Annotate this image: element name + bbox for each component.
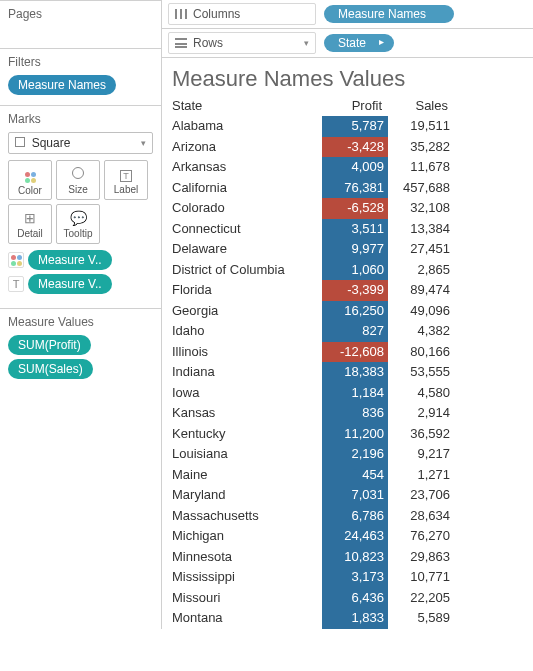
table-row[interactable]: Massachusetts6,78628,634 bbox=[172, 506, 527, 527]
mark-type-select[interactable]: Square ▾ bbox=[8, 132, 153, 154]
cell-profit: 11,200 bbox=[322, 424, 388, 445]
rows-pill[interactable]: State bbox=[324, 34, 394, 52]
cell-profit: 10,823 bbox=[322, 547, 388, 568]
table-row[interactable]: California76,381457,688 bbox=[172, 178, 527, 199]
measure-values-title: Measure Values bbox=[8, 315, 153, 329]
text-icon: T bbox=[8, 276, 24, 292]
marks-panel: Marks Square ▾ Color Size T Label bbox=[0, 105, 161, 308]
mark-pill-text[interactable]: Measure V.. bbox=[28, 274, 112, 294]
table-row[interactable]: Arkansas4,00911,678 bbox=[172, 157, 527, 178]
cell-sales: 2,865 bbox=[388, 260, 454, 281]
table-row[interactable]: Alabama5,78719,511 bbox=[172, 116, 527, 137]
cell-profit: 1,060 bbox=[322, 260, 388, 281]
columns-shelf[interactable]: Columns Measure Names bbox=[162, 0, 533, 29]
table-row[interactable]: Illinois-12,60880,166 bbox=[172, 342, 527, 363]
table-row[interactable]: Idaho8274,382 bbox=[172, 321, 527, 342]
chevron-down-icon: ▾ bbox=[141, 138, 146, 148]
table-row[interactable]: Minnesota10,82329,863 bbox=[172, 547, 527, 568]
measure-values-panel: Measure Values SUM(Profit) SUM(Sales) bbox=[0, 308, 161, 389]
cell-sales: 2,914 bbox=[388, 403, 454, 424]
chevron-down-icon: ▾ bbox=[304, 38, 309, 48]
rows-label: Rows bbox=[193, 36, 223, 50]
pages-panel: Pages bbox=[0, 0, 161, 48]
cell-state: Maine bbox=[172, 465, 322, 486]
header-sales[interactable]: Sales bbox=[388, 98, 454, 113]
cell-profit: 827 bbox=[322, 321, 388, 342]
rows-shelf[interactable]: Rows ▾ State bbox=[162, 29, 533, 58]
viz-title[interactable]: Measure Names Values bbox=[162, 58, 533, 98]
cell-profit: 2,196 bbox=[322, 444, 388, 465]
color-icon bbox=[25, 164, 36, 183]
filter-pill-measure-names[interactable]: Measure Names bbox=[8, 75, 116, 95]
cell-sales: 23,706 bbox=[388, 485, 454, 506]
table-row[interactable]: Colorado-6,52832,108 bbox=[172, 198, 527, 219]
pages-title: Pages bbox=[8, 7, 153, 21]
cell-sales: 32,108 bbox=[388, 198, 454, 219]
cell-state: Indiana bbox=[172, 362, 322, 383]
size-button[interactable]: Size bbox=[56, 160, 100, 200]
cell-sales: 36,592 bbox=[388, 424, 454, 445]
cell-profit: 3,511 bbox=[322, 219, 388, 240]
table-row[interactable]: Missouri6,43622,205 bbox=[172, 588, 527, 609]
cell-sales: 10,771 bbox=[388, 567, 454, 588]
cell-state: Missouri bbox=[172, 588, 322, 609]
table-row[interactable]: Maine4541,271 bbox=[172, 465, 527, 486]
cell-profit: 4,009 bbox=[322, 157, 388, 178]
mv-pill-profit[interactable]: SUM(Profit) bbox=[8, 335, 91, 355]
table-row[interactable]: Georgia16,25049,096 bbox=[172, 301, 527, 322]
table-row[interactable]: Kentucky11,20036,592 bbox=[172, 424, 527, 445]
table-row[interactable]: Montana1,8335,589 bbox=[172, 608, 527, 629]
cell-profit: -3,399 bbox=[322, 280, 388, 301]
tooltip-icon: 💬 bbox=[70, 210, 87, 226]
cell-profit: 7,031 bbox=[322, 485, 388, 506]
cell-sales: 5,589 bbox=[388, 608, 454, 629]
cell-state: Montana bbox=[172, 608, 322, 629]
cell-state: Iowa bbox=[172, 383, 322, 404]
cell-state: Delaware bbox=[172, 239, 322, 260]
table-row[interactable]: Arizona-3,42835,282 bbox=[172, 137, 527, 158]
cell-sales: 27,451 bbox=[388, 239, 454, 260]
cell-state: Louisiana bbox=[172, 444, 322, 465]
mark-pill-color[interactable]: Measure V.. bbox=[28, 250, 112, 270]
label-button[interactable]: T Label bbox=[104, 160, 148, 200]
color-icon bbox=[8, 252, 24, 268]
cell-state: Kansas bbox=[172, 403, 322, 424]
header-profit[interactable]: Profit bbox=[322, 98, 388, 113]
cell-state: District of Columbia bbox=[172, 260, 322, 281]
cell-sales: 1,271 bbox=[388, 465, 454, 486]
columns-pill[interactable]: Measure Names bbox=[324, 5, 454, 23]
table-row[interactable]: Kansas8362,914 bbox=[172, 403, 527, 424]
table-row[interactable]: Florida-3,39989,474 bbox=[172, 280, 527, 301]
color-button[interactable]: Color bbox=[8, 160, 52, 200]
rows-icon bbox=[175, 38, 187, 48]
cell-state: Alabama bbox=[172, 116, 322, 137]
table-body[interactable]: Alabama5,78719,511Arizona-3,42835,282Ark… bbox=[172, 116, 527, 629]
mv-pill-sales[interactable]: SUM(Sales) bbox=[8, 359, 93, 379]
table-row[interactable]: Michigan24,46376,270 bbox=[172, 526, 527, 547]
cell-sales: 35,282 bbox=[388, 137, 454, 158]
table-row[interactable]: Delaware9,97727,451 bbox=[172, 239, 527, 260]
cell-sales: 9,217 bbox=[388, 444, 454, 465]
table-row[interactable]: Indiana18,38353,555 bbox=[172, 362, 527, 383]
table-row[interactable]: Maryland7,03123,706 bbox=[172, 485, 527, 506]
table-row[interactable]: Connecticut3,51113,384 bbox=[172, 219, 527, 240]
detail-button[interactable]: ⊞ Detail bbox=[8, 204, 52, 244]
table-row[interactable]: Iowa1,1844,580 bbox=[172, 383, 527, 404]
cell-sales: 13,384 bbox=[388, 219, 454, 240]
tooltip-button[interactable]: 💬 Tooltip bbox=[56, 204, 100, 244]
cell-state: Arizona bbox=[172, 137, 322, 158]
cell-profit: 5,787 bbox=[322, 116, 388, 137]
square-icon bbox=[15, 137, 25, 147]
cell-state: Michigan bbox=[172, 526, 322, 547]
cell-profit: -12,608 bbox=[322, 342, 388, 363]
header-state[interactable]: State bbox=[172, 98, 322, 113]
table-row[interactable]: District of Columbia1,0602,865 bbox=[172, 260, 527, 281]
cell-profit: 1,184 bbox=[322, 383, 388, 404]
cell-state: Kentucky bbox=[172, 424, 322, 445]
cell-state: Mississippi bbox=[172, 567, 322, 588]
cell-profit: 6,436 bbox=[322, 588, 388, 609]
cell-sales: 80,166 bbox=[388, 342, 454, 363]
table-row[interactable]: Louisiana2,1969,217 bbox=[172, 444, 527, 465]
table-row[interactable]: Mississippi3,17310,771 bbox=[172, 567, 527, 588]
cell-sales: 53,555 bbox=[388, 362, 454, 383]
